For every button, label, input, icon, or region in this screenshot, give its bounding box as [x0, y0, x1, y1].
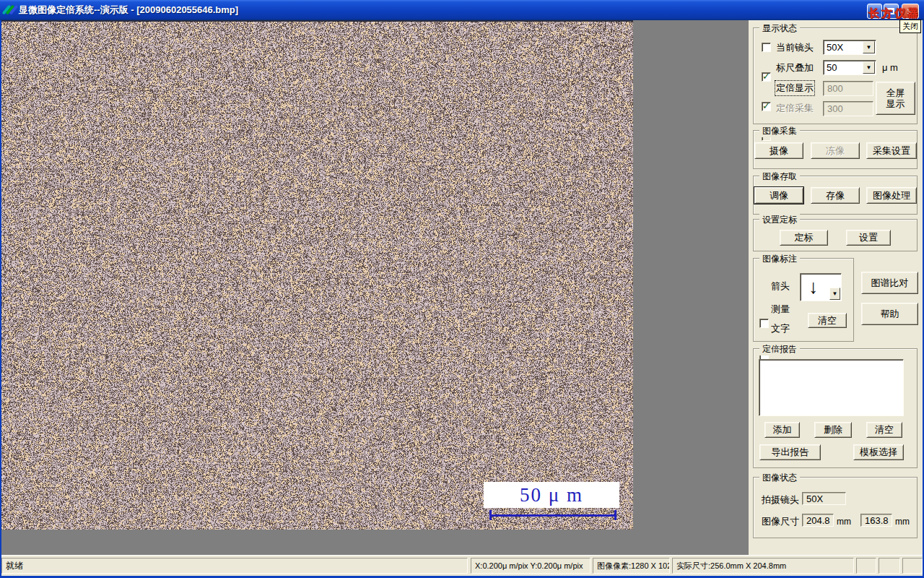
image-height-field: 163.8	[860, 514, 892, 527]
status-pixel-scale: X:0.200μ m/pix Y:0.200μ m/pix	[471, 558, 590, 574]
arrow-down-icon: ↓	[808, 275, 819, 299]
ruler-value: 50	[827, 62, 837, 73]
status-pane-extra-3	[902, 558, 923, 574]
current-lens-label: 当前镜头	[776, 41, 814, 54]
close-tooltip: 关闭	[899, 20, 921, 33]
status-ready: 就绪	[1, 558, 468, 574]
group-calibration-title: 设置定标	[759, 214, 800, 226]
current-lens-checkbox[interactable]	[762, 43, 771, 52]
group-image-status-title: 图像状态	[759, 472, 800, 484]
status-actual-size: 实际尺寸:256.0mm X 204.8mm	[672, 558, 854, 574]
template-select-button[interactable]: 模板选择	[853, 444, 904, 460]
shoot-button[interactable]: 摄像	[754, 142, 803, 159]
micrograph-image[interactable]: 50 μ m	[1, 22, 633, 530]
control-panel: 显示状态 当前镜头 50X ▼ ✓ 标尺叠加 50 ▼ μ m ✓ 定倍显示 8…	[749, 20, 923, 555]
arrow-label: 箭头	[771, 280, 790, 293]
scalebar-tick-right	[614, 510, 616, 520]
chevron-down-icon[interactable]: ▼	[863, 41, 875, 53]
status-bar: 就绪 X:0.200μ m/pix Y:0.200μ m/pix 图像像素:12…	[0, 555, 924, 576]
status-pane-extra-2	[879, 558, 900, 574]
freeze-button: 冻像	[811, 142, 860, 159]
ruler-value-select[interactable]: 50 ▼	[823, 60, 876, 75]
group-annotation-title: 图像标注	[759, 253, 800, 265]
image-width-unit: mm	[837, 517, 851, 527]
image-process-button[interactable]: 图像处理	[866, 187, 917, 204]
report-listbox[interactable]	[759, 359, 904, 416]
group-calibration: 设置定标	[753, 219, 918, 251]
shoot-lens-label: 拍摄镜头	[762, 493, 799, 506]
check-icon: ✓	[762, 100, 770, 111]
save-image-button[interactable]: 存像	[811, 187, 860, 204]
report-clear-button[interactable]: 清空	[866, 422, 902, 438]
image-height-unit: mm	[895, 517, 910, 527]
report-add-button[interactable]: 添加	[764, 422, 800, 438]
app-icon	[4, 4, 16, 16]
group-image-status: 图像状态	[753, 477, 918, 538]
group-display-status-title: 显示状态	[759, 22, 800, 35]
atlas-compare-button[interactable]: 图谱比对	[861, 272, 918, 294]
group-report-title: 定倍报告	[759, 343, 800, 355]
ruler-overlay-label: 标尺叠加	[776, 61, 814, 74]
app-window: 显微图像定倍系统--演示版 - [20090602055646.bmp] × 长…	[0, 0, 924, 578]
report-delete-button[interactable]: 删除	[814, 422, 852, 438]
chevron-down-icon[interactable]: ▼	[829, 288, 840, 300]
shoot-lens-field: 50X	[802, 492, 846, 505]
calibrate-button[interactable]: 定标	[780, 230, 828, 246]
arrow-style-select[interactable]: ↓ ▼	[800, 273, 842, 301]
scalebar-label: 50 μ m	[484, 482, 619, 508]
load-image-button[interactable]: 调像	[754, 187, 803, 204]
capture-settings-button[interactable]: 采集设置	[866, 142, 917, 159]
status-image-pixels: 图像像素:1280 X 1024	[593, 558, 670, 574]
help-button[interactable]: 帮助	[861, 303, 918, 325]
ruler-overlay-checkbox[interactable]: ✓	[762, 72, 771, 82]
export-report-button[interactable]: 导出报告	[759, 444, 821, 460]
current-lens-select[interactable]: 50X ▼	[823, 40, 876, 55]
window-border-left	[0, 20, 1, 576]
scalebar-line	[489, 514, 616, 517]
demo-watermark: 长方仪器	[868, 7, 920, 20]
status-pane-extra-1	[856, 558, 876, 574]
micrograph-texture	[1, 22, 633, 530]
fixed-capture-label: 定倍采集	[776, 102, 814, 115]
calibration-settings-button[interactable]: 设置	[846, 230, 891, 246]
chevron-down-icon[interactable]: ▼	[863, 61, 875, 74]
image-size-label: 图像尺寸	[762, 515, 799, 528]
measure-label: 测量	[771, 303, 790, 316]
current-lens-value: 50X	[827, 42, 843, 53]
fullscreen-button[interactable]: 全屏 显示	[876, 82, 915, 115]
fixed-display-field: 800	[823, 81, 873, 96]
group-storage-title: 图像存取	[759, 171, 800, 183]
title-bar: 显微图像定倍系统--演示版 - [20090602055646.bmp] ×	[0, 0, 924, 20]
ruler-unit-label: μ m	[882, 62, 898, 73]
group-capture-title: 图像采集	[759, 125, 800, 137]
annotation-clear-button[interactable]: 清空	[808, 313, 847, 328]
scalebar-tick-left	[489, 510, 492, 520]
scalebar-label-box: 50 μ m	[484, 482, 619, 508]
image-width-field: 204.8	[802, 514, 834, 527]
window-title: 显微图像定倍系统--演示版 - [20090602055646.bmp]	[19, 0, 238, 20]
arrow-checkbox[interactable]	[759, 319, 769, 328]
fixed-display-checkbox[interactable]: ✓	[762, 102, 771, 111]
fixed-capture-field: 300	[823, 101, 873, 116]
check-icon: ✓	[762, 71, 770, 82]
fixed-display-label: 定倍显示	[776, 82, 814, 95]
text-label: 文字	[771, 322, 790, 335]
